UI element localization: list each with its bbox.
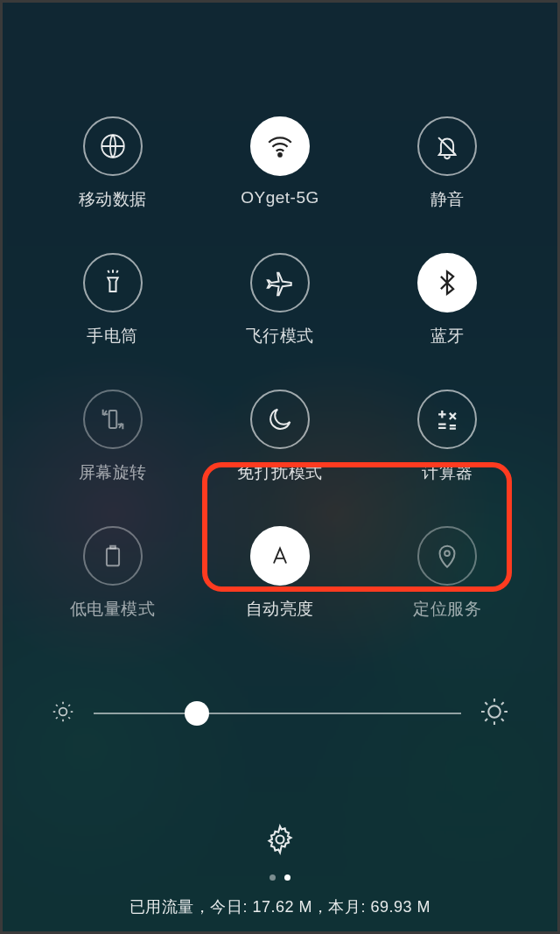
page-dot [270, 874, 276, 881]
toggle-grid: 移动数据 OYget-5G 静音 手电筒 [3, 116, 557, 621]
tile-flashlight[interactable]: 手电筒 [29, 253, 196, 348]
svg-rect-3 [107, 549, 119, 566]
airplane-icon [250, 253, 310, 313]
tile-bluetooth[interactable]: 蓝牙 [364, 253, 531, 348]
svg-point-7 [276, 836, 284, 844]
tile-calculator[interactable]: 计算器 [364, 390, 531, 484]
control-center: 移动数据 OYget-5G 静音 手电筒 [3, 3, 557, 931]
tile-dnd[interactable]: 免打扰模式 [196, 390, 363, 484]
tile-location[interactable]: 定位服务 [364, 526, 531, 621]
flashlight-icon [83, 253, 143, 313]
page-dot-active [284, 874, 290, 881]
settings-button[interactable] [264, 824, 296, 859]
brightness-slider-row [3, 696, 557, 731]
tile-auto-brightness[interactable]: 自动亮度 [196, 526, 363, 621]
bluetooth-icon [417, 253, 477, 313]
wifi-icon [250, 116, 310, 176]
tile-label: 计算器 [422, 461, 473, 484]
calculator-icon [417, 390, 477, 449]
tile-label: 免打扰模式 [237, 461, 323, 484]
tile-label: 屏幕旋转 [79, 461, 147, 484]
svg-point-5 [60, 708, 67, 716]
svg-rect-2 [108, 411, 116, 428]
tile-wifi[interactable]: OYget-5G [196, 116, 363, 211]
bottom-area: 已用流量，今日: 17.62 M，本月: 69.93 M [3, 824, 557, 931]
tile-label: 定位服务 [413, 598, 481, 621]
bell-off-icon [417, 116, 477, 176]
tile-label: 静音 [430, 188, 465, 211]
tile-label: 低电量模式 [70, 598, 156, 621]
rotation-icon [83, 390, 143, 449]
svg-point-4 [444, 551, 450, 556]
tile-label: 自动亮度 [246, 598, 314, 621]
tile-label: 蓝牙 [430, 325, 465, 348]
tile-low-power[interactable]: 低电量模式 [29, 526, 196, 621]
svg-point-6 [488, 706, 500, 718]
brightness-slider[interactable] [94, 713, 461, 714]
tile-mobile-data[interactable]: 移动数据 [29, 116, 196, 211]
tile-airplane[interactable]: 飞行模式 [196, 253, 363, 348]
tile-label: OYget-5G [241, 188, 319, 207]
tile-label: 移动数据 [79, 188, 147, 211]
moon-icon [250, 390, 310, 449]
location-pin-icon [417, 526, 477, 586]
auto-brightness-icon [250, 526, 310, 586]
tile-rotation[interactable]: 屏幕旋转 [29, 390, 196, 484]
globe-icon [83, 116, 143, 176]
tile-mute[interactable]: 静音 [364, 116, 531, 211]
svg-point-1 [278, 153, 281, 156]
device-frame: 移动数据 OYget-5G 静音 手电筒 [0, 0, 560, 934]
page-indicator[interactable] [270, 874, 290, 881]
brightness-thumb[interactable] [185, 701, 209, 726]
sun-small-icon [50, 699, 76, 728]
sun-large-icon [479, 696, 510, 731]
tile-label: 飞行模式 [246, 325, 314, 348]
data-usage-status: 已用流量，今日: 17.62 M，本月: 69.93 M [130, 896, 430, 917]
battery-icon [83, 526, 143, 586]
tile-label: 手电筒 [87, 325, 138, 348]
